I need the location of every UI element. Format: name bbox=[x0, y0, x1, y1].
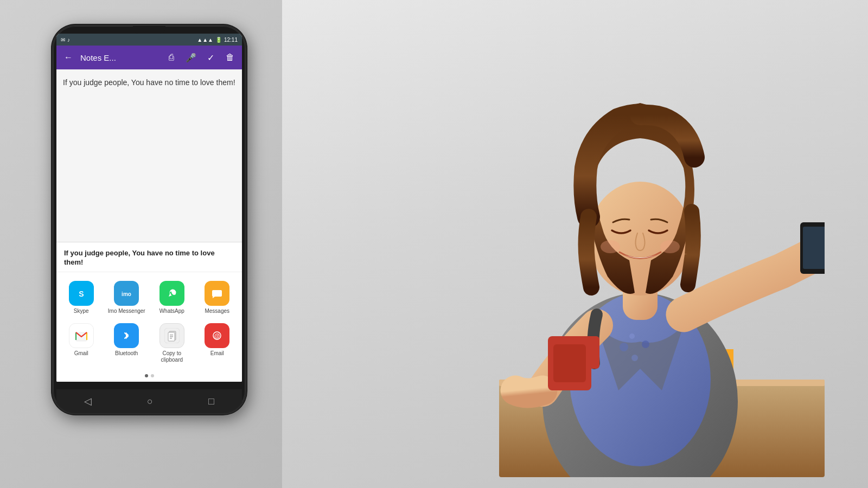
svg-point-19 bbox=[601, 240, 620, 253]
svg-point-12 bbox=[642, 341, 649, 348]
svg-point-13 bbox=[629, 333, 635, 339]
signal-icon: ▲▲▲ bbox=[197, 37, 213, 43]
clipboard-label: Copy to clipboard bbox=[151, 350, 193, 363]
imo-label: Imo Messenger bbox=[108, 308, 145, 314]
svg-rect-16 bbox=[803, 227, 825, 269]
app-bar: ← Notes E... ⎙ 🎤 ✓ 🗑 bbox=[56, 46, 242, 69]
dot-1 bbox=[145, 374, 148, 377]
battery-icon: 🔋 bbox=[215, 37, 222, 43]
share-app-skype[interactable]: S Skype bbox=[60, 278, 103, 318]
email-label: Email bbox=[210, 350, 224, 357]
email-icon: @ bbox=[205, 323, 229, 348]
dot-2 bbox=[151, 374, 154, 377]
skype-icon: S bbox=[69, 281, 94, 306]
messages-label: Messages bbox=[205, 308, 229, 314]
svg-point-10 bbox=[620, 343, 628, 351]
status-bar: ✉ ♪ ▲▲▲ 🔋 12:11 bbox=[56, 34, 242, 46]
share-app-whatsapp[interactable]: WhatsApp bbox=[150, 278, 194, 318]
status-bar-right: ▲▲▲ 🔋 12:11 bbox=[197, 37, 238, 43]
svg-rect-36 bbox=[170, 336, 173, 337]
person-illustration bbox=[336, 11, 825, 477]
phone-outer: ✉ ♪ ▲▲▲ 🔋 12:11 ← Notes E... ⎙ 🎤 ✓ 🗑 bbox=[52, 24, 247, 415]
share-app-imo[interactable]: imo Imo Messenger bbox=[105, 278, 149, 318]
bottom-nav: ◁ ○ □ bbox=[56, 389, 242, 413]
gmail-icon bbox=[69, 323, 94, 348]
share-button[interactable]: ⎙ bbox=[164, 53, 179, 62]
back-button[interactable]: ← bbox=[61, 53, 76, 62]
whatsapp-icon bbox=[159, 281, 184, 306]
note-content-area[interactable]: If you judge people, You have no time to… bbox=[56, 69, 242, 167]
svg-rect-37 bbox=[170, 338, 172, 339]
phone-notch bbox=[133, 26, 165, 34]
bluetooth-label: Bluetooth bbox=[115, 350, 138, 357]
share-app-messages[interactable]: Messages bbox=[196, 278, 239, 318]
share-dots bbox=[56, 372, 242, 382]
imo-icon: imo bbox=[114, 281, 139, 306]
svg-text:S: S bbox=[79, 290, 84, 298]
nav-recent-button[interactable]: □ bbox=[208, 396, 214, 407]
gmail-label: Gmail bbox=[74, 350, 88, 357]
svg-point-20 bbox=[660, 240, 680, 253]
share-sheet: If you judge people, You have no time to… bbox=[56, 242, 242, 382]
share-apps-grid: S Skype imo Imo Messenger bbox=[56, 272, 242, 372]
music-status-icon: ♪ bbox=[67, 37, 70, 43]
share-app-email[interactable]: @ Email bbox=[196, 320, 239, 367]
phone-screen: ✉ ♪ ▲▲▲ 🔋 12:11 ← Notes E... ⎙ 🎤 ✓ 🗑 bbox=[56, 34, 242, 382]
check-button[interactable]: ✓ bbox=[203, 53, 218, 63]
whatsapp-label: WhatsApp bbox=[159, 308, 184, 314]
messages-icon bbox=[205, 281, 229, 306]
nav-back-button[interactable]: ◁ bbox=[84, 395, 92, 407]
svg-point-11 bbox=[631, 355, 638, 361]
status-bar-left: ✉ ♪ bbox=[61, 37, 70, 43]
nav-home-button[interactable]: ○ bbox=[147, 396, 153, 407]
delete-button[interactable]: 🗑 bbox=[222, 53, 238, 62]
phone-device: ✉ ♪ ▲▲▲ 🔋 12:11 ← Notes E... ⎙ 🎤 ✓ 🗑 bbox=[52, 24, 247, 415]
share-app-bluetooth[interactable]: Bluetooth bbox=[105, 320, 149, 367]
app-title: Notes E... bbox=[80, 53, 159, 62]
svg-text:@: @ bbox=[214, 332, 220, 339]
mic-button[interactable]: 🎤 bbox=[183, 53, 199, 63]
skype-label: Skype bbox=[74, 308, 89, 314]
svg-rect-35 bbox=[170, 335, 173, 336]
note-text: If you judge people, You have no time to… bbox=[63, 78, 235, 87]
share-app-gmail[interactable]: Gmail bbox=[60, 320, 103, 367]
clock: 12:11 bbox=[224, 37, 238, 43]
svg-text:imo: imo bbox=[122, 291, 131, 297]
clipboard-icon bbox=[159, 323, 184, 348]
share-app-clipboard[interactable]: Copy to clipboard bbox=[150, 320, 194, 367]
background-right bbox=[282, 0, 868, 488]
svg-rect-23 bbox=[553, 344, 586, 382]
bluetooth-icon bbox=[114, 323, 139, 348]
email-status-icon: ✉ bbox=[61, 37, 65, 43]
share-sheet-title: If you judge people, You have no time to… bbox=[56, 242, 242, 272]
